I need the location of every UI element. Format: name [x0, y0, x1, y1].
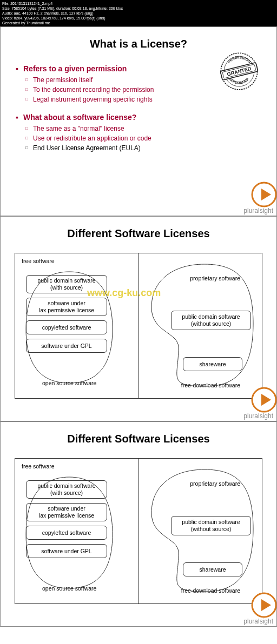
- slide2-title: Different Software Licenses: [16, 227, 261, 240]
- slide-2: Different Software Licenses www.cg-ku.co…: [0, 216, 277, 421]
- meta-video: Video: h264, yuv420p, 1024x768, 174 kb/s…: [2, 16, 105, 20]
- bullet-software-license: What about a software license?: [16, 113, 261, 122]
- slide3-title: Different Software Licenses: [16, 433, 261, 445]
- play-icon[interactable]: [250, 181, 277, 208]
- bullet-use-redistribute: Use or redistribute an application or co…: [16, 135, 261, 142]
- bullet-doc-recording: To the document recording the permission: [16, 86, 261, 93]
- box-public-with-source-2: public domain software (with source): [26, 480, 107, 499]
- bullet-permission: Refers to a given permission: [16, 64, 261, 73]
- box-public-without-2: public domain software (without source): [171, 516, 251, 535]
- slide1-title: What is a License?: [16, 38, 261, 50]
- box-copylefted: copylefted software: [26, 320, 107, 334]
- meta-generator: Generated by Thumbnail me: [2, 21, 50, 25]
- bullet-eula: End User License Agreement (EULA): [16, 144, 261, 152]
- proprietary-label-2: proprietary software: [190, 480, 240, 487]
- box-lax-permissive: software under lax permissive license: [26, 298, 107, 316]
- box-gpl-2: software under GPL: [26, 544, 107, 558]
- meta-file: File: 20140131131241_2.mp4: [2, 2, 52, 5]
- free-software-label: free software: [22, 258, 55, 264]
- box-gpl: software under GPL: [26, 339, 107, 353]
- slide-1: PERMISSION NOISSIMREP GRANTED What is a …: [0, 26, 277, 216]
- slide-3: Different Software Licenses free softwar…: [0, 421, 277, 627]
- bullet-perm-itself: The permission itself: [16, 76, 261, 84]
- meta-audio: Audio: aac, 44100 Hz, 2 channels, s16, 1…: [2, 11, 94, 15]
- free-software-label-2: free software: [22, 463, 55, 469]
- pluralsight-logo: pluralsight: [243, 618, 273, 625]
- license-diagram-2: free software public domain software (wi…: [15, 458, 262, 604]
- box-copylefted-2: copylefted software: [26, 526, 107, 540]
- license-diagram: free software public domain software (wi…: [15, 253, 262, 399]
- freedl-label: free-download software: [181, 382, 240, 388]
- pluralsight-logo: pluralsight: [243, 207, 273, 214]
- play-icon[interactable]: [250, 592, 277, 619]
- freedl-label-2: free-download software: [181, 587, 240, 594]
- bullet-same-normal: The same as a "normal" license: [16, 125, 261, 132]
- opensrc-label-2: open source software: [42, 585, 96, 592]
- video-metadata-panel: File: 20140131131241_2.mp4 Size: 7585104…: [0, 0, 277, 26]
- box-shareware-2: shareware: [183, 562, 242, 576]
- box-lax-permissive-2: software under lax permissive license: [26, 503, 107, 521]
- meta-size: Size: 7585104 bytes (7.31 MB), duration:…: [2, 6, 123, 10]
- bullet-legal-instrument: Legal instrument governing specific righ…: [16, 96, 261, 103]
- box-public-with-source: public domain software (with source): [26, 275, 107, 293]
- box-public-without: public domain software (without source): [171, 311, 251, 330]
- proprietary-label: proprietary software: [190, 275, 240, 281]
- box-shareware: shareware: [183, 357, 242, 371]
- play-icon[interactable]: [250, 386, 277, 413]
- opensrc-label: open source software: [42, 380, 96, 386]
- pluralsight-logo: pluralsight: [243, 412, 273, 420]
